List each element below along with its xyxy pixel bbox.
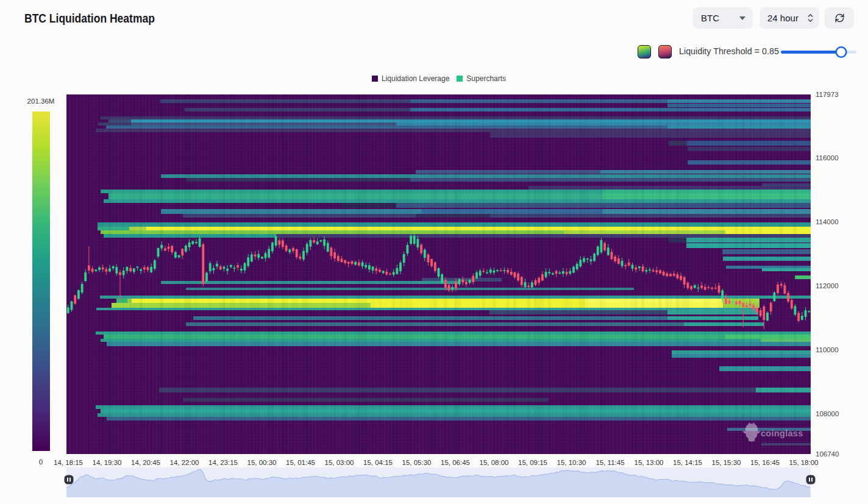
svg-text:110000: 110000	[816, 346, 839, 353]
svg-text:15, 06:45: 15, 06:45	[441, 459, 470, 466]
svg-text:0: 0	[39, 458, 43, 466]
svg-text:15, 09:15: 15, 09:15	[518, 459, 547, 466]
svg-text:15, 00:30: 15, 00:30	[247, 459, 277, 466]
svg-text:15, 05:30: 15, 05:30	[402, 459, 432, 466]
svg-text:14, 18:15: 14, 18:15	[54, 459, 83, 466]
svg-text:15, 10:30: 15, 10:30	[557, 459, 586, 466]
svg-text:15, 04:15: 15, 04:15	[363, 459, 393, 466]
svg-text:15, 08:00: 15, 08:00	[480, 459, 509, 466]
svg-text:15, 15:30: 15, 15:30	[712, 459, 741, 466]
svg-text:15, 18:00: 15, 18:00	[789, 459, 819, 466]
svg-text:15, 03:00: 15, 03:00	[325, 459, 354, 466]
svg-text:coinglass: coinglass	[761, 428, 803, 438]
svg-text:106740: 106740	[816, 450, 839, 458]
svg-text:112000: 112000	[816, 282, 839, 289]
svg-text:15, 14:15: 15, 14:15	[673, 459, 702, 466]
svg-text:116000: 116000	[816, 154, 839, 161]
svg-text:15, 13:00: 15, 13:00	[635, 459, 664, 466]
svg-text:14, 19:30: 14, 19:30	[93, 459, 122, 466]
svg-text:108000: 108000	[816, 410, 839, 417]
svg-text:15, 01:45: 15, 01:45	[286, 459, 315, 466]
svg-text:14, 20:45: 14, 20:45	[131, 459, 160, 466]
svg-text:114000: 114000	[816, 218, 839, 225]
svg-text:117973: 117973	[816, 91, 839, 98]
svg-text:15, 11:45: 15, 11:45	[596, 459, 624, 466]
svg-text:201.36M: 201.36M	[27, 98, 55, 105]
svg-text:14, 23:15: 14, 23:15	[208, 459, 238, 466]
svg-text:15, 16:45: 15, 16:45	[750, 459, 780, 466]
svg-text:14, 22:00: 14, 22:00	[170, 459, 199, 466]
